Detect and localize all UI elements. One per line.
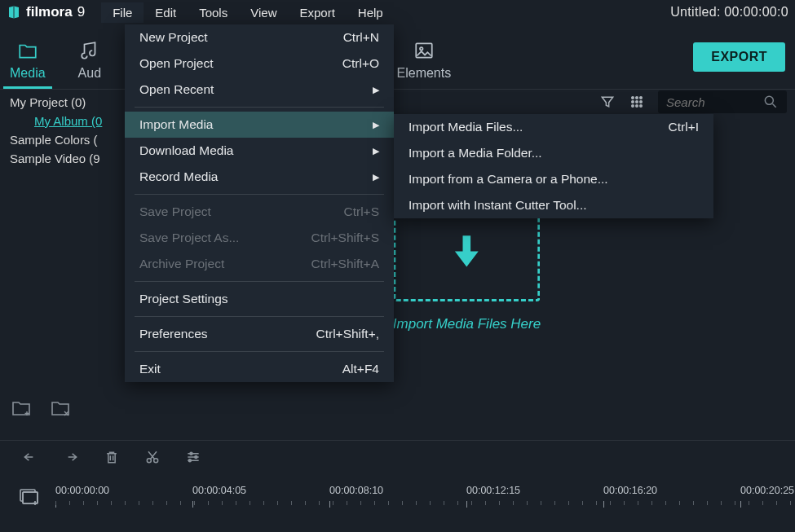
- timeline-mark: 00:00:00:00: [55, 485, 109, 496]
- redo-icon[interactable]: [62, 449, 80, 465]
- svg-point-3: [636, 97, 638, 99]
- edit-toolstrip: [0, 440, 795, 473]
- tab-label: Aud: [78, 66, 101, 81]
- project-title-timecode: Untitled: 00:00:00:0: [670, 5, 788, 20]
- delete-icon[interactable]: [103, 449, 121, 465]
- import-dropzone[interactable]: Import Media Files Here: [393, 204, 541, 332]
- timeline-mark: 00:00:16:20: [603, 485, 657, 496]
- tree-item[interactable]: My Project (0): [7, 93, 132, 112]
- delete-folder-icon[interactable]: [51, 399, 72, 417]
- menubar: filmora9 File Edit Tools View Export Hel…: [0, 0, 795, 24]
- import-media-submenu: Import Media Files...Ctrl+I Import a Med…: [394, 114, 713, 218]
- dropzone-folder-icon: [393, 204, 540, 301]
- menu-tools[interactable]: Tools: [188, 2, 239, 23]
- svg-point-1: [420, 47, 422, 50]
- menu-help[interactable]: Help: [347, 2, 395, 23]
- tree-item[interactable]: Sample Video (9: [7, 149, 132, 168]
- menu-save-project-as: Save Project As...Ctrl+Shift+S: [125, 225, 394, 251]
- search-box[interactable]: [658, 90, 787, 113]
- menu-archive-project: Archive ProjectCtrl+Shift+A: [125, 251, 394, 277]
- sidebar-footer: [11, 399, 72, 417]
- tab-media[interactable]: Media: [10, 40, 46, 89]
- ribbon: Media Aud ts Elements EXPORT: [0, 24, 795, 90]
- svg-point-4: [640, 97, 643, 99]
- filmora-logo-icon: [7, 5, 21, 20]
- file-menu: New ProjectCtrl+N Open ProjectCtrl+O Ope…: [125, 24, 394, 382]
- new-folder-icon[interactable]: [11, 399, 33, 417]
- tab-label: Elements: [397, 66, 452, 81]
- menu-download-media[interactable]: Download Media▶: [125, 138, 394, 164]
- menu-export[interactable]: Export: [288, 2, 346, 23]
- svg-point-6: [636, 101, 638, 103]
- svg-point-11: [765, 96, 773, 104]
- menu-items: File Edit Tools View Export Help: [101, 2, 395, 23]
- menu-project-settings[interactable]: Project Settings: [125, 286, 394, 312]
- svg-point-10: [640, 105, 643, 108]
- tree-item[interactable]: Sample Colors (: [7, 130, 132, 149]
- menu-record-media[interactable]: Record Media▶: [125, 164, 394, 190]
- menu-exit[interactable]: ExitAlt+F4: [125, 356, 394, 382]
- menu-save-project: Save ProjectCtrl+S: [125, 199, 394, 225]
- menu-view[interactable]: View: [239, 2, 288, 23]
- tab-label: Media: [10, 66, 46, 81]
- add-track-button[interactable]: [10, 483, 49, 509]
- svg-rect-0: [416, 43, 432, 57]
- download-arrow-icon: [450, 233, 483, 272]
- search-icon[interactable]: [762, 94, 779, 110]
- svg-point-16: [188, 459, 191, 461]
- menu-file[interactable]: File: [101, 2, 144, 23]
- submenu-arrow-icon: ▶: [348, 120, 379, 130]
- timeline-mark: 00:00:12:15: [466, 485, 520, 496]
- timeline-ruler[interactable]: 00:00:00:00 00:00:04:05 00:00:08:10 00:0…: [54, 477, 795, 519]
- menu-separator: [135, 107, 384, 108]
- svg-point-5: [632, 101, 634, 103]
- timeline: 00:00:00:00 00:00:04:05 00:00:08:10 00:0…: [0, 477, 795, 532]
- menu-import-media[interactable]: Import Media▶: [125, 112, 394, 138]
- tab-elements[interactable]: Elements: [397, 40, 452, 89]
- filter-icon[interactable]: [599, 94, 616, 110]
- timeline-mark: 00:00:08:10: [329, 485, 383, 496]
- grid-view-icon[interactable]: [629, 94, 645, 110]
- export-button[interactable]: EXPORT: [693, 42, 785, 72]
- svg-point-2: [632, 97, 634, 99]
- tab-audio[interactable]: Aud: [78, 40, 101, 89]
- menu-separator: [135, 351, 384, 352]
- svg-point-14: [190, 452, 192, 455]
- menu-separator: [135, 281, 384, 282]
- sliders-icon[interactable]: [184, 449, 202, 465]
- music-icon: [79, 40, 100, 61]
- menu-edit[interactable]: Edit: [144, 2, 188, 23]
- project-tree: My Project (0) My Album (0 Sample Colors…: [0, 90, 139, 399]
- undo-icon[interactable]: [21, 449, 39, 465]
- submenu-import-folder[interactable]: Import a Media Folder...: [394, 140, 713, 166]
- submenu-import-files[interactable]: Import Media Files...Ctrl+I: [394, 114, 713, 140]
- cut-icon[interactable]: [144, 449, 161, 465]
- folder-icon: [17, 40, 38, 61]
- svg-point-7: [640, 101, 643, 103]
- menu-separator: [135, 316, 384, 317]
- dropzone-text: Import Media Files Here: [393, 316, 541, 332]
- tree-item[interactable]: My Album (0: [7, 112, 132, 130]
- submenu-arrow-icon: ▶: [348, 172, 379, 182]
- svg-point-8: [632, 105, 634, 108]
- submenu-import-cutter[interactable]: Import with Instant Cutter Tool...: [394, 192, 713, 218]
- submenu-import-camera[interactable]: Import from a Camera or a Phone...: [394, 166, 713, 192]
- app-name: filmora: [26, 4, 73, 20]
- menu-separator: [135, 194, 384, 195]
- svg-point-15: [195, 455, 197, 458]
- submenu-arrow-icon: ▶: [348, 85, 379, 95]
- app-logo: filmora9: [7, 4, 85, 20]
- menu-open-project[interactable]: Open ProjectCtrl+O: [125, 51, 394, 77]
- menu-preferences[interactable]: PreferencesCtrl+Shift+,: [125, 321, 394, 347]
- menu-open-recent[interactable]: Open Recent▶: [125, 77, 394, 103]
- search-input[interactable]: [666, 95, 756, 109]
- svg-point-9: [636, 105, 638, 108]
- timeline-mark: 00:00:20:25: [740, 485, 794, 496]
- app-version: 9: [77, 4, 85, 20]
- image-icon: [413, 40, 435, 61]
- menu-new-project[interactable]: New ProjectCtrl+N: [125, 24, 394, 51]
- submenu-arrow-icon: ▶: [348, 146, 379, 156]
- timeline-mark: 00:00:04:05: [192, 485, 246, 496]
